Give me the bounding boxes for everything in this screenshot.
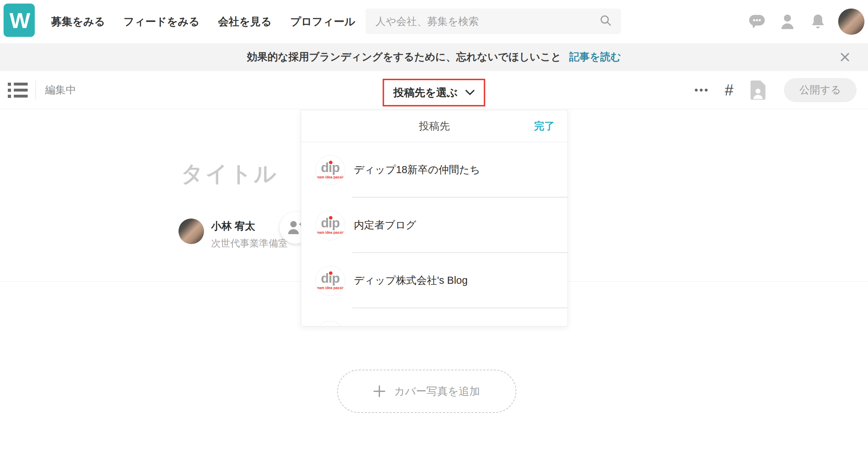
- dip-logo: dip dream idea passion: [315, 321, 345, 327]
- nav-item-feed[interactable]: フィードをみる: [123, 15, 199, 29]
- author-block: 小林 宥太 次世代事業準備室: [178, 219, 288, 250]
- search-input[interactable]: [366, 16, 600, 27]
- nav-item-companies[interactable]: 会社を見る: [218, 15, 271, 29]
- add-cover-photo-label: カバー写真を追加: [394, 384, 480, 399]
- toolbar-left: 編集中: [0, 71, 76, 109]
- editor-toolbar: 編集中 投稿先を選ぶ # 公開する: [0, 71, 868, 109]
- done-button[interactable]: 完了: [534, 119, 555, 133]
- editing-status: 編集中: [45, 83, 76, 97]
- author-name: 小林 宥太: [211, 219, 288, 233]
- author-meta: 小林 宥太 次世代事業準備室: [211, 219, 288, 250]
- hashtag-icon[interactable]: #: [716, 81, 742, 99]
- dip-logo-red-dot: [329, 216, 333, 220]
- person-icon[interactable]: [772, 14, 803, 29]
- more-options-icon[interactable]: [686, 89, 716, 92]
- plus-icon: [373, 385, 385, 397]
- author-avatar: [178, 219, 204, 244]
- destination-select-button[interactable]: 投稿先を選ぶ: [383, 79, 485, 106]
- search-box: [366, 9, 621, 34]
- wantedly-logo-letter: W: [10, 8, 29, 33]
- destination-item-label: ディップ18新卒の仲間たち: [354, 163, 480, 177]
- destination-item-label: ディップ株式会社's Blog: [354, 274, 468, 288]
- post-list-icon[interactable]: [0, 82, 35, 99]
- publish-button[interactable]: 公開する: [784, 78, 857, 102]
- dip-logo: dip dream idea passion: [315, 155, 345, 185]
- toolbar-divider: [35, 81, 36, 100]
- destination-item[interactable]: dip dream idea passion: [301, 308, 567, 326]
- nav-item-jobs[interactable]: 募集をみる: [51, 15, 105, 29]
- destination-panel-header: 投稿先 完了: [301, 110, 567, 142]
- destination-panel: 投稿先 完了 dip dream idea passion ディップ18新卒の仲…: [301, 110, 568, 326]
- title-input[interactable]: タイトル: [181, 159, 278, 189]
- chat-icon[interactable]: [742, 15, 772, 29]
- close-icon[interactable]: [839, 51, 851, 63]
- author-card-icon[interactable]: [742, 81, 774, 100]
- destination-panel-title: 投稿先: [419, 119, 450, 133]
- destination-item[interactable]: dip dream idea passion 内定者ブログ: [301, 198, 567, 253]
- wantedly-post-editor: W 募集をみる フィードをみる 会社を見る プロフィール: [0, 0, 868, 464]
- destination-item[interactable]: dip dream idea passion ディップ18新卒の仲間たち: [301, 142, 567, 198]
- dip-logo-red-dot: [329, 271, 333, 275]
- search-icon[interactable]: [600, 15, 612, 28]
- toolbar-right: # 公開する: [686, 71, 857, 109]
- destination-select-label: 投稿先を選ぶ: [393, 85, 457, 100]
- banner-message: 効果的な採用ブランディングをするために、忘れないでほしいこと: [247, 50, 561, 64]
- author-department: 次世代事業準備室: [211, 237, 288, 250]
- dip-logo: dip dream idea passion: [315, 210, 345, 241]
- dip-logo-red-dot: [329, 161, 333, 164]
- bell-icon[interactable]: [803, 14, 833, 29]
- dip-logo: dip dream idea passion: [315, 266, 345, 296]
- wantedly-logo[interactable]: W: [4, 4, 35, 37]
- chevron-down-icon: [466, 90, 475, 95]
- nav-item-profile[interactable]: プロフィール: [290, 15, 356, 29]
- main-nav: 募集をみる フィードをみる 会社を見る プロフィール: [51, 0, 355, 43]
- add-cover-photo-button[interactable]: カバー写真を追加: [337, 370, 516, 413]
- header-icons: [742, 0, 868, 43]
- top-nav: W 募集をみる フィードをみる 会社を見る プロフィール: [0, 0, 868, 43]
- banner-read-article-link[interactable]: 記事を読む: [569, 50, 621, 64]
- destination-item[interactable]: dip dream idea passion ディップ株式会社's Blog: [301, 253, 567, 308]
- notification-banner: 効果的な採用ブランディングをするために、忘れないでほしいこと 記事を読む: [0, 43, 868, 71]
- destination-item-label: 内定者ブログ: [354, 218, 416, 232]
- user-avatar[interactable]: [838, 9, 864, 35]
